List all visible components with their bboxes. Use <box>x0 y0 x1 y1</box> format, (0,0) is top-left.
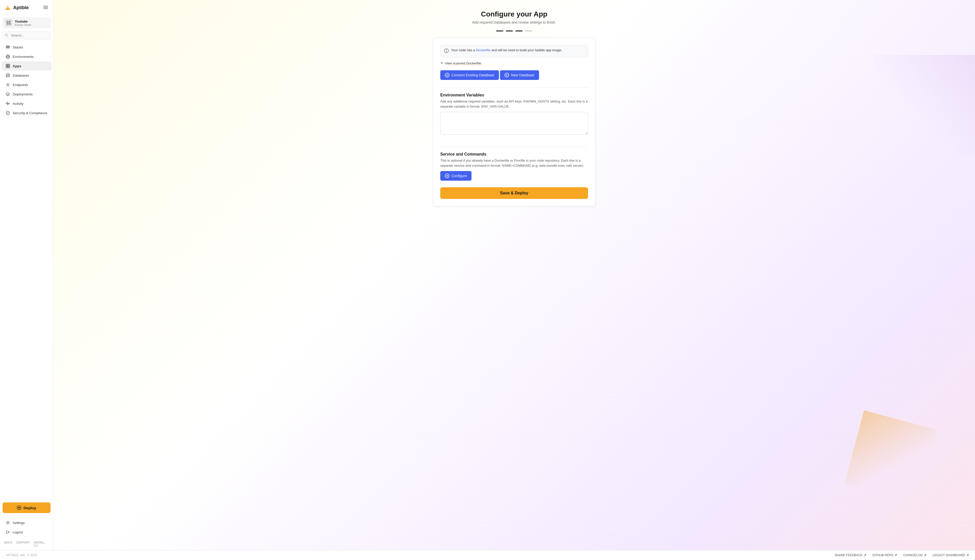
sidebar-item-databases[interactable]: Databases <box>2 71 52 80</box>
legacy-dashboard-link[interactable]: LEGACY DASHBOARD <box>933 553 969 557</box>
sidebar-label-endpoints: Endpoints <box>13 83 28 87</box>
config-card: Your code has a Dockerfile and will be u… <box>433 38 595 206</box>
sidebar-nav: Stacks Environments <box>0 42 53 500</box>
logo: Aptible <box>4 4 29 12</box>
page-title: Configure your App <box>481 10 548 18</box>
sidebar-footer-links: DOCS SUPPORT INSTALL CLI <box>0 539 53 550</box>
svg-rect-3 <box>43 6 48 6</box>
sidebar-item-security-compliance[interactable]: Security & Compliance <box>2 108 52 117</box>
share-feedback-arrow-icon <box>863 554 866 557</box>
info-banner-text: Your code has a Dockerfile and will be u… <box>451 48 562 52</box>
sidebar-item-deployments[interactable]: Deployments <box>2 90 52 99</box>
configure-label: Configure <box>451 174 467 178</box>
dockerfile-toggle-label: View scanned Dockerfile: <box>445 62 482 65</box>
sidebar-item-stacks[interactable]: Stacks <box>2 43 52 52</box>
github-repo-link[interactable]: GITHUB REPO <box>872 553 897 557</box>
search-input[interactable] <box>3 32 50 39</box>
deploy-button[interactable]: Deploy <box>3 502 50 513</box>
changelog-arrow-icon <box>924 554 927 557</box>
workspace-icon <box>5 19 12 27</box>
svg-rect-21 <box>8 66 10 68</box>
sidebar-item-environments[interactable]: Environments <box>2 52 52 61</box>
logo-text: Aptible <box>13 5 29 10</box>
databases-icon <box>6 73 10 78</box>
svg-rect-5 <box>43 8 48 9</box>
svg-point-23 <box>7 84 8 85</box>
svg-rect-6 <box>7 21 8 23</box>
new-db-button[interactable]: + New Database <box>500 70 539 80</box>
svg-rect-7 <box>9 21 10 23</box>
step-1 <box>496 30 503 32</box>
save-deploy-button[interactable]: Save & Deploy <box>440 187 588 199</box>
svg-rect-18 <box>6 64 8 66</box>
configure-button[interactable]: + Configure <box>440 171 471 181</box>
workspace-name: Youtube <box>15 20 48 23</box>
sidebar-header: Aptible <box>0 0 53 15</box>
service-commands-description: This is optional if you already have a D… <box>440 158 588 168</box>
share-feedback-link[interactable]: SHARE FEEDBACK <box>835 553 866 557</box>
svg-rect-19 <box>8 64 10 66</box>
footer-links: SHARE FEEDBACK GITHUB REPO CHANGELOG LEG… <box>835 553 969 557</box>
share-feedback-label: SHARE FEEDBACK <box>835 553 862 557</box>
hamburger-button[interactable] <box>42 4 49 12</box>
svg-point-32 <box>446 50 447 50</box>
svg-rect-12 <box>6 46 10 47</box>
endpoints-icon <box>6 82 10 87</box>
logout-icon <box>6 530 10 534</box>
main-inner: Configure your App Add required Database… <box>53 0 975 550</box>
sidebar-item-apps[interactable]: Apps <box>2 62 52 70</box>
sidebar-item-endpoints[interactable]: Endpoints <box>2 80 52 89</box>
sidebar-label-databases: Databases <box>13 73 29 77</box>
sidebar-label-settings: Settings <box>13 521 25 525</box>
sidebar-bottom-nav: Settings Logout <box>0 516 53 539</box>
svg-point-22 <box>6 74 9 75</box>
svg-rect-9 <box>9 23 10 25</box>
aptible-logo-icon <box>4 4 11 12</box>
security-icon <box>6 111 10 115</box>
env-vars-textarea[interactable] <box>440 112 588 135</box>
workspace-user: Kishan Sheth <box>15 23 48 27</box>
deploy-plus-icon <box>17 505 21 510</box>
sidebar-label-logout: Logout <box>13 530 23 534</box>
info-text-before: Your code has a <box>451 48 476 52</box>
svg-rect-13 <box>6 47 10 48</box>
env-vars-description: Add any additional required variables, s… <box>440 99 588 109</box>
sidebar-item-logout[interactable]: Logout <box>2 528 52 537</box>
sidebar-item-settings[interactable]: Settings <box>2 518 52 527</box>
activity-icon <box>6 101 10 106</box>
service-commands-title: Service and Commands <box>440 152 588 157</box>
hamburger-icon <box>43 5 48 10</box>
step-3 <box>516 30 523 32</box>
info-circle-icon <box>444 48 449 54</box>
svg-point-24 <box>6 83 10 87</box>
sidebar-item-activity[interactable]: Activity <box>2 99 52 108</box>
new-db-label: New Database <box>511 73 534 77</box>
svg-point-28 <box>7 522 8 523</box>
new-db-plus-icon: + <box>504 73 509 77</box>
connect-existing-db-button[interactable]: + Connect Existing Database <box>440 70 499 80</box>
info-text-after: and will be used to build your Aptible a… <box>491 48 562 52</box>
workspace-selector[interactable]: Youtube Kishan Sheth <box>3 17 50 28</box>
step-2 <box>506 30 513 32</box>
dockerfile-link[interactable]: Dockerfile <box>476 48 491 52</box>
chevron-down-icon <box>440 62 443 65</box>
support-link[interactable]: SUPPORT <box>16 541 30 547</box>
workspace-grid-icon <box>7 21 11 25</box>
dockerfile-toggle[interactable]: View scanned Dockerfile: <box>440 62 588 65</box>
search-container <box>3 32 50 39</box>
apps-icon <box>6 64 10 68</box>
service-commands-section: Service and Commands This is optional if… <box>440 152 588 183</box>
changelog-link[interactable]: CHANGELOG <box>903 553 927 557</box>
page-subtitle: Add required Databases and review settin… <box>472 20 556 24</box>
sidebar-label-deployments: Deployments <box>13 92 33 96</box>
svg-point-10 <box>5 34 7 36</box>
svg-rect-4 <box>43 7 48 8</box>
svg-rect-8 <box>7 23 8 25</box>
step-4 <box>525 30 532 32</box>
install-cli-link[interactable]: INSTALL CLI <box>34 541 49 547</box>
sidebar-label-activity: Activity <box>13 102 23 105</box>
docs-link[interactable]: DOCS <box>4 541 12 547</box>
divider-2 <box>440 147 588 147</box>
svg-rect-20 <box>6 66 8 68</box>
deploy-label: Deploy <box>23 506 36 510</box>
